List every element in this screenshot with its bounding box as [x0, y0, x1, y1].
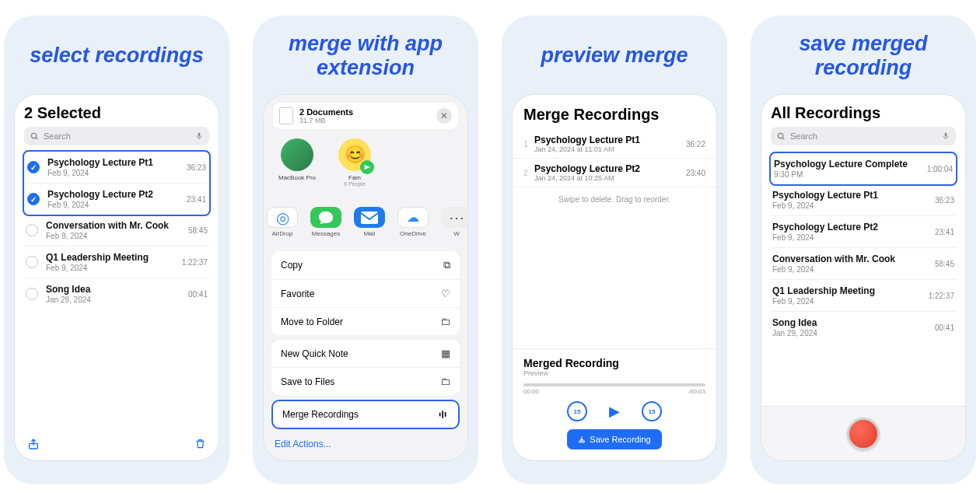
list-item[interactable]: Psychology Lecture Pt2 Feb 9, 2024 23:41	[26, 184, 208, 215]
svg-line-11	[782, 137, 784, 138]
messages-icon	[310, 207, 341, 228]
toolbar	[15, 428, 219, 460]
checkbox-icon[interactable]	[27, 161, 40, 173]
item-date: Feb 9, 2024	[47, 201, 182, 209]
item-title: Psychology Lecture Pt1	[772, 190, 930, 201]
recordings-list: Psychology Lecture Pt1 Feb 9, 2024 36:23…	[24, 150, 209, 309]
document-icon	[279, 107, 293, 124]
app-airdrop[interactable]: ◎ AirDrop	[267, 207, 298, 237]
list-item[interactable]: Conversation with Mr. Cook Feb 9, 2024 5…	[24, 215, 209, 247]
app-label: OneDrive	[400, 230, 426, 237]
item-duration: 23:41	[935, 228, 954, 236]
item-date: 9:30 PM	[774, 170, 922, 179]
item-duration: 00:41	[188, 290, 208, 299]
action-copy[interactable]: Copy ⧉	[271, 251, 460, 280]
panel-title: save merged recording	[761, 31, 965, 81]
item-title: Psychology Lecture Pt1	[534, 135, 686, 145]
list-item[interactable]: Song Idea Jan 29, 2024 00:41	[24, 278, 209, 309]
item-date: Feb 9, 2024	[46, 232, 184, 240]
svg-point-0	[31, 133, 36, 138]
microphone-icon[interactable]	[195, 131, 203, 141]
svg-rect-9	[579, 441, 585, 442]
search-input[interactable]: Search	[771, 127, 956, 145]
panel-merge-extension: merge with app extension 2 Documents 31.…	[253, 16, 478, 484]
record-button[interactable]	[847, 418, 880, 450]
app-onedrive[interactable]: ☁ OneDrive	[397, 207, 429, 237]
device-icon	[281, 138, 313, 171]
item-index: 1	[523, 140, 534, 149]
action-label: Copy	[281, 260, 303, 271]
list-item[interactable]: Song Idea Jan 29, 2024 00:41	[771, 312, 956, 343]
progress-bar[interactable]	[523, 383, 705, 386]
panel-title: preview merge	[541, 31, 688, 81]
list-item[interactable]: Q1 Leadership Meeting Feb 9, 2024 1:22:3…	[24, 247, 209, 278]
merge-item[interactable]: 2 Psychology Lecture Pt2 Jan 24, 2024 at…	[513, 159, 716, 187]
app-row[interactable]: ◎ AirDrop Messages Mail ☁ OneDrive ⋯	[264, 199, 467, 245]
checkbox-icon[interactable]	[26, 224, 38, 236]
item-duration: 23:40	[686, 169, 705, 177]
checkbox-icon[interactable]	[27, 193, 40, 205]
app-mail[interactable]: Mail	[354, 207, 385, 237]
item-duration: 1:22:37	[182, 258, 208, 267]
item-date: Feb 9, 2024	[772, 233, 930, 242]
item-duration: 1:00:04	[927, 165, 953, 173]
new-item-highlight: Psychology Lecture Complete 9:30 PM 1:00…	[769, 152, 957, 186]
list-item[interactable]: Psychology Lecture Complete 9:30 PM 1:00…	[772, 153, 954, 184]
item-timestamp: Jan 24, 2024 at 11:01 AM	[534, 145, 686, 153]
app-more[interactable]: ⋯ W	[441, 207, 467, 237]
selection-count-header: 2 Selected	[24, 104, 209, 122]
action-quick-note[interactable]: New Quick Note ▦	[271, 340, 460, 368]
time-remaining: -60:03	[688, 388, 705, 395]
app-label: W	[453, 230, 460, 237]
skip-forward-button[interactable]: 15	[642, 401, 662, 421]
edit-actions-link[interactable]: Edit Actions...	[271, 434, 460, 449]
list-item[interactable]: Psychology Lecture Pt1 Feb 9, 2024 36:23	[26, 152, 208, 184]
list-item[interactable]: Conversation with Mr. Cook Feb 9, 2024 5…	[771, 248, 956, 280]
preview-sublabel: Preview	[523, 369, 705, 377]
app-icon: ⋯	[441, 207, 467, 228]
item-date: Feb 9, 2024	[47, 169, 182, 177]
app-label: AirDrop	[271, 230, 292, 237]
share-target-fam[interactable]: 😊 Fam 6 People	[335, 138, 374, 187]
panel-preview-merge: preview merge Merge Recordings 1 Psychol…	[502, 16, 727, 484]
item-index: 2	[523, 169, 534, 177]
skip-back-button[interactable]: 15	[567, 401, 587, 421]
checkbox-icon[interactable]	[26, 288, 38, 300]
action-save-files[interactable]: Save to Files 🗀	[271, 368, 460, 395]
search-input[interactable]: Search	[24, 127, 209, 145]
save-recording-button[interactable]: Save Recording	[567, 429, 661, 449]
item-date: Feb 9, 2024	[772, 297, 924, 306]
item-duration: 1:22:37	[929, 292, 954, 300]
svg-rect-5	[361, 212, 378, 224]
play-button[interactable]: ▶	[609, 403, 620, 420]
microphone-icon[interactable]	[942, 131, 950, 141]
record-toolbar	[761, 406, 965, 460]
action-move-folder[interactable]: Move to Folder 🗀	[271, 308, 460, 335]
action-favorite[interactable]: Favorite ♡	[271, 280, 460, 308]
list-item[interactable]: Psychology Lecture Pt1 Feb 9, 2024 36:23	[771, 184, 956, 216]
trash-icon[interactable]	[194, 437, 206, 451]
item-duration: 36:23	[187, 163, 206, 172]
list-item[interactable]: Psychology Lecture Pt2 Feb 9, 2024 23:41	[771, 216, 956, 248]
copy-icon: ⧉	[443, 259, 450, 271]
close-button[interactable]: ✕	[436, 108, 452, 124]
list-item[interactable]: Q1 Leadership Meeting Feb 9, 2024 1:22:3…	[771, 280, 956, 312]
share-target-macbook[interactable]: MacBook Pro	[278, 138, 317, 187]
app-messages[interactable]: Messages	[310, 207, 341, 237]
preview-panel: Merged Recording Preview 00:00 -60:03 15…	[513, 348, 716, 460]
panel-save-merged: save merged recording All Recordings Sea…	[751, 16, 976, 484]
merge-item[interactable]: 1 Psychology Lecture Pt1 Jan 24, 2024 at…	[513, 130, 716, 159]
search-placeholder: Search	[44, 131, 71, 141]
action-label: Merge Recordings	[282, 409, 359, 420]
item-date: Jan 29, 2024	[46, 295, 184, 304]
note-icon: ▦	[441, 348, 450, 359]
action-merge-recordings[interactable]: Merge Recordings	[273, 401, 458, 428]
item-duration: 00:41	[935, 323, 954, 332]
panel-title: merge with app extension	[264, 31, 467, 81]
item-title: Psychology Lecture Pt2	[772, 222, 930, 233]
svg-point-10	[778, 133, 782, 138]
share-icon[interactable]	[27, 437, 40, 451]
checkbox-icon[interactable]	[26, 256, 38, 268]
action-label: New Quick Note	[281, 348, 348, 359]
item-title: Psychology Lecture Pt1	[47, 157, 182, 168]
